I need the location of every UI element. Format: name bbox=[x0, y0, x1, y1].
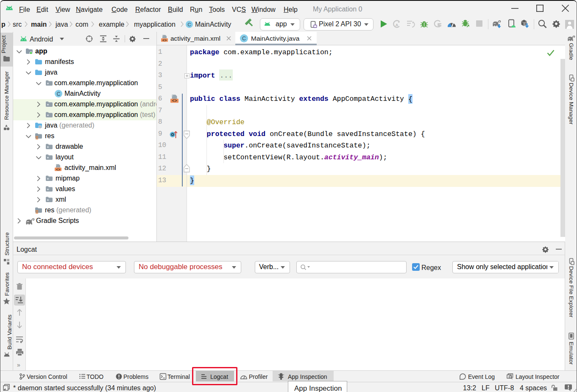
svg-text:C: C bbox=[57, 91, 61, 97]
svg-text:A: A bbox=[396, 23, 399, 27]
svg-text:C: C bbox=[242, 36, 246, 42]
svg-text:C: C bbox=[188, 22, 191, 27]
